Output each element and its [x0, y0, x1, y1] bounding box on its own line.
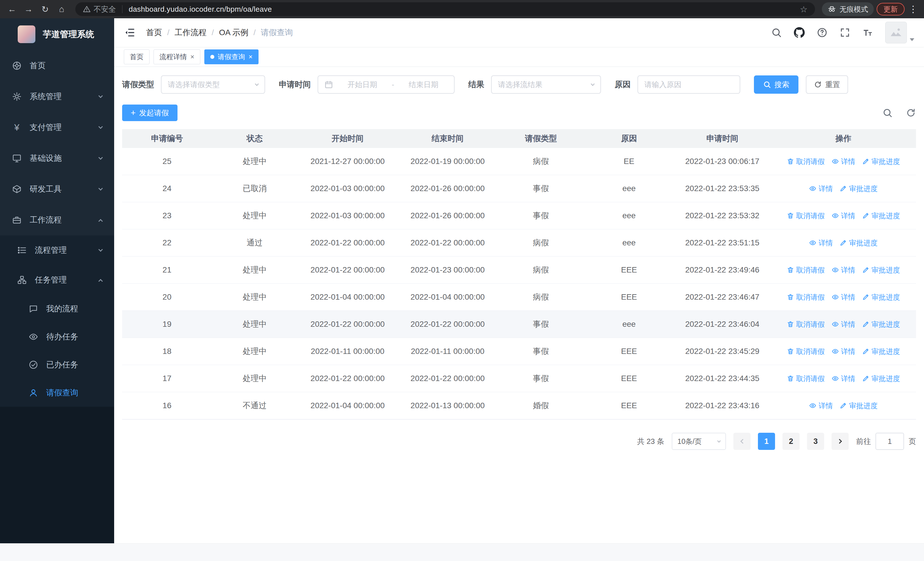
cell-end-time: 2022-01-19 00:00:00 [398, 157, 498, 166]
tab-home[interactable]: 首页 [124, 50, 150, 64]
breadcrumb-workflow[interactable]: 工作流程 [175, 27, 207, 38]
close-icon[interactable]: × [249, 53, 252, 61]
cancel-link[interactable]: 取消请假 [787, 347, 825, 356]
next-page-button[interactable] [831, 433, 849, 450]
progress-link[interactable]: 审批进度 [840, 238, 878, 248]
tab-label: 请假查询 [218, 52, 245, 62]
page-button-1[interactable]: 1 [758, 433, 775, 450]
help-icon[interactable] [817, 27, 828, 38]
sidebar-item-system[interactable]: 系统管理 [0, 81, 114, 112]
cancel-link[interactable]: 取消请假 [787, 320, 825, 329]
reason-input-wrap [638, 75, 740, 94]
tab-leave-query[interactable]: 请假查询 × [204, 50, 258, 64]
page-button-2[interactable]: 2 [783, 433, 800, 450]
progress-link[interactable]: 审批进度 [862, 157, 900, 166]
detail-link[interactable]: 详情 [831, 320, 855, 329]
detail-link[interactable]: 详情 [831, 374, 855, 384]
page-button-3[interactable]: 3 [807, 433, 824, 450]
sidebar-item-devtools[interactable]: 研发工具 [0, 174, 114, 205]
cell-status: 处理中 [212, 292, 297, 302]
table-row[interactable]: 22 通过 2022-01-22 00:00:00 2022-01-22 00:… [122, 229, 916, 257]
table-row[interactable]: 16 不通过 2022-01-04 00:00:00 2022-01-13 00… [122, 392, 916, 419]
gear-icon [12, 92, 22, 101]
progress-link[interactable]: 审批进度 [862, 347, 900, 356]
detail-link[interactable]: 详情 [809, 401, 832, 411]
sidebar-item-payment[interactable]: ¥ 支付管理 [0, 112, 114, 143]
close-icon[interactable]: × [190, 53, 194, 61]
table-row[interactable]: 23 处理中 2022-01-03 00:00:00 2022-01-26 00… [122, 202, 916, 229]
cell-operations: 取消请假详情审批进度 [771, 374, 916, 384]
fullscreen-icon[interactable] [840, 27, 850, 38]
search-button[interactable]: 搜索 [754, 75, 798, 94]
progress-link[interactable]: 审批进度 [862, 265, 900, 275]
page-size-select[interactable]: 10条/页 [672, 433, 726, 450]
detail-link[interactable]: 详情 [831, 347, 855, 356]
progress-link[interactable]: 审批进度 [862, 320, 900, 329]
toggle-search-icon[interactable] [882, 108, 892, 118]
github-icon[interactable] [794, 27, 805, 38]
tab-process-detail[interactable]: 流程详情 × [153, 50, 200, 64]
sidebar-item-task-mgmt[interactable]: 任务管理 [0, 265, 114, 295]
breadcrumb-oa-example[interactable]: OA 示例 [219, 27, 249, 38]
sidebar-fold-icon[interactable] [124, 27, 135, 38]
progress-link[interactable]: 审批进度 [862, 292, 900, 302]
op-label: 取消请假 [796, 320, 825, 329]
browser-menu-icon[interactable]: ⋮ [908, 4, 919, 15]
cancel-link[interactable]: 取消请假 [787, 374, 825, 384]
update-button[interactable]: 更新 [877, 3, 904, 15]
cell-start-time: 2021-12-27 00:00:00 [298, 157, 398, 166]
cancel-link[interactable]: 取消请假 [787, 211, 825, 221]
cell-apply-time: 2022-01-22 23:46:04 [674, 320, 771, 329]
sidebar-item-home[interactable]: 首页 [0, 50, 114, 81]
table-row[interactable]: 21 处理中 2022-01-22 00:00:00 2022-01-23 00… [122, 257, 916, 284]
table-row[interactable]: 20 处理中 2022-01-04 00:00:00 2022-01-04 00… [122, 284, 916, 311]
detail-link[interactable]: 详情 [831, 157, 855, 166]
table-row[interactable]: 17 处理中 2022-01-22 00:00:00 2022-01-22 00… [122, 365, 916, 392]
prev-page-button[interactable] [734, 433, 750, 450]
back-button[interactable]: ← [5, 2, 19, 16]
home-button[interactable]: ⌂ [55, 2, 69, 16]
bookmark-star-icon[interactable]: ☆ [800, 4, 808, 14]
font-size-icon[interactable] [862, 27, 873, 38]
progress-link[interactable]: 审批进度 [840, 401, 878, 411]
detail-link[interactable]: 详情 [831, 211, 855, 221]
sidebar-item-workflow[interactable]: 工作流程 [0, 205, 114, 235]
breadcrumb-home[interactable]: 首页 [146, 27, 162, 38]
sidebar-item-leave-query[interactable]: 请假查询 [0, 379, 114, 407]
cancel-link[interactable]: 取消请假 [787, 292, 825, 302]
table-row[interactable]: 19 处理中 2022-01-22 00:00:00 2022-01-22 00… [122, 311, 916, 338]
detail-link[interactable]: 详情 [831, 265, 855, 275]
table-row[interactable]: 18 处理中 2022-01-11 00:00:00 2022-01-11 00… [122, 338, 916, 365]
app-logo[interactable]: 芋道管理系统 [0, 18, 114, 50]
progress-link[interactable]: 审批进度 [862, 374, 900, 384]
reset-button[interactable]: 重置 [806, 75, 848, 94]
refresh-table-icon[interactable] [906, 108, 916, 118]
goto-page-input[interactable] [876, 433, 904, 450]
user-avatar[interactable] [885, 22, 914, 44]
create-leave-button[interactable]: + 发起请假 [122, 105, 177, 121]
op-label: 详情 [818, 401, 832, 411]
leave-type-select[interactable]: 请选择请假类型 [161, 75, 265, 94]
security-chip[interactable]: 不安全 [83, 4, 116, 14]
detail-link[interactable]: 详情 [809, 184, 832, 193]
progress-link[interactable]: 审批进度 [862, 211, 900, 221]
result-select[interactable]: 请选择流结果 [491, 75, 601, 94]
sidebar-item-todo-tasks[interactable]: 待办任务 [0, 323, 114, 351]
date-range-picker[interactable]: 开始日期 - 结束日期 [318, 75, 454, 94]
detail-link[interactable]: 详情 [831, 292, 855, 302]
cancel-link[interactable]: 取消请假 [787, 157, 825, 166]
reason-input[interactable] [638, 76, 740, 93]
cancel-link[interactable]: 取消请假 [787, 265, 825, 275]
detail-link[interactable]: 详情 [809, 238, 832, 248]
sidebar-item-my-process[interactable]: 我的流程 [0, 295, 114, 323]
progress-link[interactable]: 审批进度 [840, 184, 878, 193]
reload-button[interactable]: ↻ [38, 2, 52, 16]
sidebar-item-infrastructure[interactable]: 基础设施 [0, 143, 114, 174]
sidebar-item-done-tasks[interactable]: 已办任务 [0, 351, 114, 379]
table-row[interactable]: 25 处理中 2021-12-27 00:00:00 2022-01-19 00… [122, 148, 916, 175]
address-bar[interactable]: 不安全 dashboard.yudao.iocoder.cn/bpm/oa/le… [75, 2, 815, 16]
sidebar-item-process-mgmt[interactable]: 流程管理 [0, 235, 114, 265]
search-icon[interactable] [771, 27, 782, 38]
table-row[interactable]: 24 已取消 2022-01-03 00:00:00 2022-01-26 00… [122, 175, 916, 202]
forward-button[interactable]: → [22, 2, 35, 16]
